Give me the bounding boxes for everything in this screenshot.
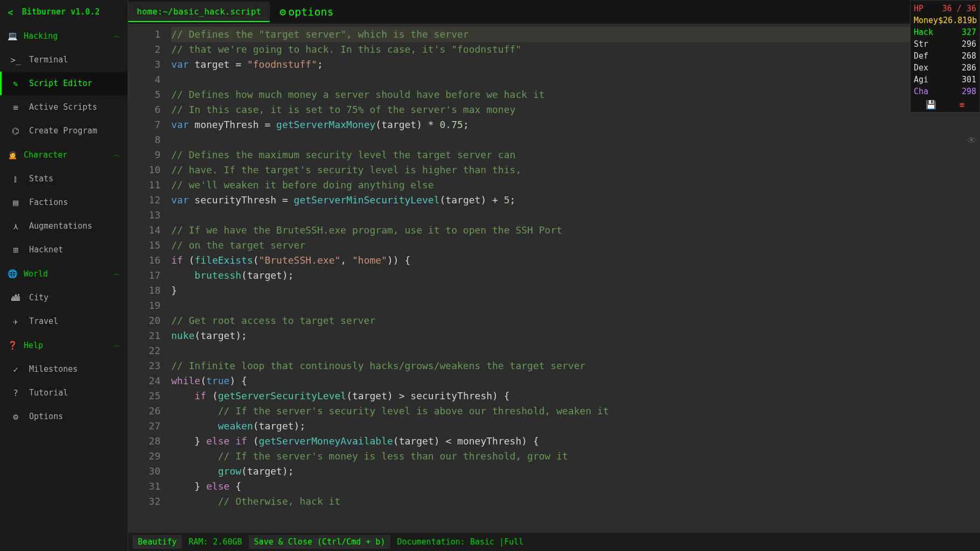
code-line[interactable]: // In this case, it is set to 75% of the… bbox=[171, 102, 980, 117]
line-number: 22 bbox=[128, 343, 160, 358]
sidebar-item-tutorial[interactable]: ?Tutorial bbox=[0, 381, 128, 405]
code-line[interactable]: // Otherwise, hack it bbox=[171, 494, 980, 509]
docs-full-link[interactable]: Full bbox=[504, 537, 523, 547]
sidebar-item-factions[interactable]: ▤Factions bbox=[0, 190, 128, 214]
sidebar-item-create-program[interactable]: ⌬Create Program bbox=[0, 119, 128, 143]
code-line[interactable] bbox=[171, 343, 980, 358]
line-number: 13 bbox=[128, 208, 160, 223]
code-line[interactable]: } else if (getServerMoneyAvailable(targe… bbox=[171, 434, 980, 449]
app-header: < Bitburner v1.0.2 bbox=[0, 0, 128, 24]
code-line[interactable]: var moneyThresh = getServerMaxMoney(targ… bbox=[171, 117, 980, 132]
stat-money: Money$26.819b bbox=[914, 15, 976, 26]
line-number: 27 bbox=[128, 419, 160, 434]
tab-bar: home:~/basic_hack.script ⚙options bbox=[128, 0, 980, 24]
line-number: 16 bbox=[128, 253, 160, 268]
code-line[interactable]: nuke(target); bbox=[171, 328, 980, 343]
sidebar-item-stats[interactable]: ⫿Stats bbox=[0, 167, 128, 190]
code-line[interactable]: grow(target); bbox=[171, 464, 980, 479]
code-line[interactable] bbox=[171, 298, 980, 313]
code-line[interactable]: // that we're going to hack. In this cas… bbox=[171, 42, 980, 57]
code-line[interactable]: // Defines the "target server", which is… bbox=[171, 27, 980, 42]
code-line[interactable]: // have. If the target's security level … bbox=[171, 163, 980, 178]
line-number: 5 bbox=[128, 87, 160, 102]
section-icon: 🌐 bbox=[8, 269, 24, 279]
docs-basic-link[interactable]: Basic bbox=[470, 537, 494, 547]
code-line[interactable]: // Get root access to target server bbox=[171, 313, 980, 328]
back-chevron-icon[interactable]: < bbox=[8, 6, 13, 18]
code-line[interactable]: } bbox=[171, 283, 980, 298]
sidebar-item-options[interactable]: ⚙Options bbox=[0, 405, 128, 428]
code-line[interactable]: weaken(target); bbox=[171, 419, 980, 434]
tab-file[interactable]: home:~/basic_hack.script bbox=[128, 2, 270, 22]
hacknet-icon: ⊞ bbox=[8, 245, 24, 255]
line-number: 6 bbox=[128, 102, 160, 117]
beautify-button[interactable]: Beautify bbox=[132, 535, 182, 549]
code-line[interactable]: brutessh(target); bbox=[171, 268, 980, 283]
sidebar-item-city[interactable]: 🏙City bbox=[0, 286, 128, 309]
line-number: 11 bbox=[128, 178, 160, 193]
code-line[interactable]: // on the target server bbox=[171, 238, 980, 253]
sidebar-item-script-editor[interactable]: ✎Script Editor bbox=[0, 72, 128, 95]
stat-hack: Hack327 bbox=[914, 26, 976, 38]
app-title: Bitburner v1.0.2 bbox=[22, 7, 100, 17]
code-line[interactable]: var securityThresh = getServerMinSecurit… bbox=[171, 193, 980, 208]
sidebar-item-milestones[interactable]: ✓Milestones bbox=[0, 357, 128, 381]
code-line[interactable] bbox=[171, 72, 980, 87]
line-number: 1 bbox=[128, 27, 160, 42]
sidebar-item-travel[interactable]: ✈Travel bbox=[0, 309, 128, 333]
code-line[interactable]: // If the server's money is less than ou… bbox=[171, 449, 980, 464]
section-icon: ❓ bbox=[8, 341, 24, 350]
kill-scripts-icon[interactable]: ≡ bbox=[960, 100, 965, 110]
code-editor[interactable]: 1234567891011121314151617181920212223242… bbox=[128, 24, 980, 533]
factions-icon: ▤ bbox=[8, 197, 24, 208]
line-number: 18 bbox=[128, 283, 160, 298]
line-number: 20 bbox=[128, 313, 160, 328]
sidebar-item-hacknet[interactable]: ⊞Hacknet bbox=[0, 238, 128, 262]
save-close-button[interactable]: Save & Close (Ctrl/Cmd + b) bbox=[249, 535, 391, 549]
line-number: 25 bbox=[128, 388, 160, 404]
code-line[interactable]: // we'll weaken it before doing anything… bbox=[171, 178, 980, 193]
chevron-up-icon: ︿ bbox=[114, 341, 120, 350]
line-number: 8 bbox=[128, 132, 160, 147]
line-number: 19 bbox=[128, 298, 160, 313]
visibility-toggle-icon[interactable]: 👁 bbox=[967, 135, 977, 146]
line-number: 30 bbox=[128, 464, 160, 479]
code-line[interactable]: // If the server's security level is abo… bbox=[171, 404, 980, 419]
sidebar-item-augmentations[interactable]: ⋏Augmentations bbox=[0, 214, 128, 238]
stat-dex: Dex286 bbox=[914, 62, 976, 74]
code-line[interactable] bbox=[171, 208, 980, 223]
section-icon: 💻 bbox=[8, 31, 24, 41]
sidebar-section-help[interactable]: ❓Help︿ bbox=[0, 333, 128, 357]
line-number: 26 bbox=[128, 404, 160, 419]
sidebar-section-character[interactable]: 🙍Character︿ bbox=[0, 143, 128, 167]
tutorial-icon: ? bbox=[8, 388, 24, 398]
milestones-icon: ✓ bbox=[8, 364, 24, 375]
code-line[interactable]: // Defines the maximum security level th… bbox=[171, 147, 980, 163]
line-number: 15 bbox=[128, 238, 160, 253]
sidebar-section-world[interactable]: 🌐World︿ bbox=[0, 262, 128, 286]
line-number: 17 bbox=[128, 268, 160, 283]
code-line[interactable]: // Infinite loop that continously hacks/… bbox=[171, 358, 980, 373]
sidebar-item-active-scripts[interactable]: ≡Active Scripts bbox=[0, 95, 128, 119]
code-line[interactable]: while(true) { bbox=[171, 373, 980, 388]
save-icon[interactable]: 💾 bbox=[926, 100, 936, 110]
code-content[interactable]: // Defines the "target server", which is… bbox=[171, 24, 980, 533]
options-button[interactable]: ⚙options bbox=[274, 5, 339, 18]
main-area: home:~/basic_hack.script ⚙options 123456… bbox=[128, 0, 980, 551]
stat-hp: HP36 / 36 bbox=[914, 3, 976, 15]
code-line[interactable]: if (fileExists("BruteSSH.exe", "home")) … bbox=[171, 253, 980, 268]
code-line[interactable]: var target = "foodnstuff"; bbox=[171, 57, 980, 72]
code-line[interactable]: } else { bbox=[171, 479, 980, 494]
code-line[interactable] bbox=[171, 132, 980, 147]
sidebar-item-terminal[interactable]: >_Terminal bbox=[0, 48, 128, 72]
script-editor-icon: ✎ bbox=[8, 79, 24, 89]
line-number: 12 bbox=[128, 193, 160, 208]
sidebar-section-hacking[interactable]: 💻Hacking︿ bbox=[0, 24, 128, 48]
line-number: 7 bbox=[128, 117, 160, 132]
line-gutter: 1234567891011121314151617181920212223242… bbox=[128, 24, 171, 533]
code-line[interactable]: // If we have the BruteSSH.exe program, … bbox=[171, 223, 980, 238]
code-line[interactable]: // Defines how much money a server shoul… bbox=[171, 87, 980, 102]
line-number: 23 bbox=[128, 358, 160, 373]
code-line[interactable]: if (getServerSecurityLevel(target) > sec… bbox=[171, 388, 980, 404]
line-number: 3 bbox=[128, 57, 160, 72]
